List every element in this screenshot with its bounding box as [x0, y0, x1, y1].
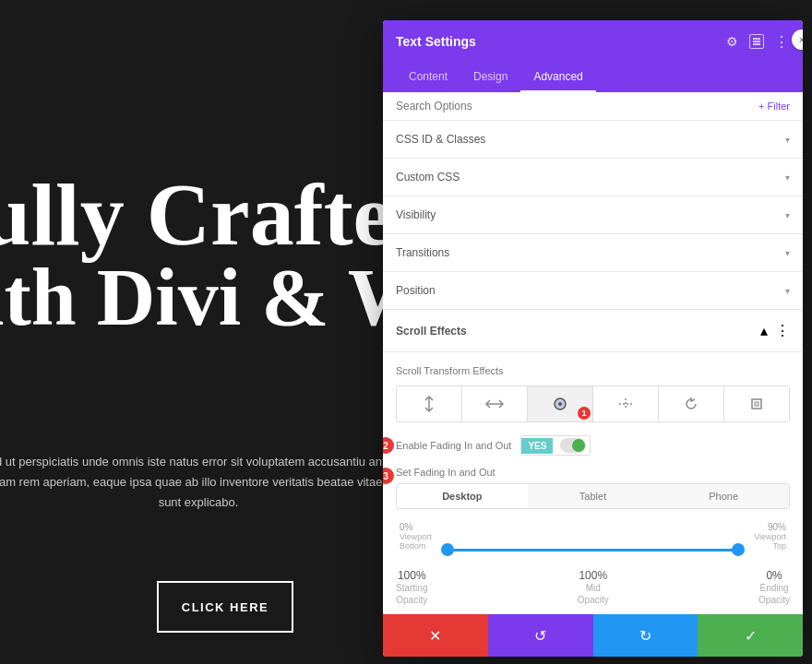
- panel-body: + Filter CSS ID & Classes ▾ Custom CSS ▾…: [383, 92, 803, 614]
- filter-button[interactable]: + Filter: [758, 101, 790, 112]
- search-bar: + Filter: [383, 92, 803, 121]
- device-tabs: Desktop Tablet Phone: [396, 483, 790, 509]
- transform-horizontal-button[interactable]: [462, 386, 528, 421]
- set-fading-badge: 3: [383, 468, 394, 484]
- accordion-visibility: Visibility ▾: [383, 196, 803, 234]
- settings-icon[interactable]: ⚙: [723, 33, 740, 50]
- device-tab-tablet[interactable]: Tablet: [528, 484, 659, 508]
- ending-opacity-value: 0%: [758, 569, 790, 582]
- starting-opacity: 100% StartingOpacity: [396, 569, 427, 606]
- accordion-visibility-label: Visibility: [396, 208, 436, 221]
- transform-rotate-button[interactable]: [659, 386, 724, 421]
- layout-icon[interactable]: [749, 34, 764, 49]
- device-tab-phone[interactable]: Phone: [658, 484, 789, 508]
- search-input[interactable]: [396, 100, 758, 113]
- enable-fading-toggle[interactable]: YES: [520, 435, 591, 456]
- accordion-css-id-label: CSS ID & Classes: [396, 133, 485, 146]
- svg-point-3: [558, 402, 562, 406]
- redo-button[interactable]: ↻: [593, 614, 699, 657]
- svg-rect-7: [755, 402, 758, 406]
- opacity-badge: 1: [578, 407, 591, 420]
- accordion-position-header[interactable]: Position ▾: [383, 272, 803, 309]
- toggle-yes-label: YES: [521, 438, 553, 454]
- save-button[interactable]: ✓: [698, 614, 803, 657]
- transform-opacity-button[interactable]: 1: [528, 386, 593, 421]
- starting-opacity-label: StartingOpacity: [396, 582, 427, 606]
- chevron-down-icon: ▾: [785, 248, 790, 258]
- viewport-top-label: ViewportTop: [754, 532, 786, 551]
- slider-thumb-end[interactable]: [732, 543, 745, 556]
- scroll-effects-body: Scroll Transform Effects: [383, 352, 803, 614]
- accordion-position-label: Position: [396, 284, 436, 297]
- chevron-up-icon: ▴: [760, 322, 768, 339]
- set-fading-label: Set Fading In and Out: [396, 467, 790, 478]
- accordion-custom-css-label: Custom CSS: [396, 171, 460, 184]
- transform-vertical-button[interactable]: [397, 386, 462, 421]
- scroll-effects-header[interactable]: Scroll Effects ▴ ⋮: [383, 310, 803, 352]
- cancel-button[interactable]: ✕: [383, 614, 488, 657]
- mid-opacity: 100% MidOpacity: [578, 569, 609, 606]
- slider-end-label: 90%: [768, 522, 786, 532]
- slider-thumb-start[interactable]: [441, 543, 454, 556]
- tab-content[interactable]: Content: [396, 63, 460, 92]
- mid-opacity-label: MidOpacity: [578, 582, 609, 606]
- enable-fading-row: 2 Enable Fading In and Out YES: [396, 435, 790, 456]
- panel-tabs: Content Design Advanced: [383, 63, 803, 92]
- accordion-transitions-header[interactable]: Transitions ▾: [383, 234, 803, 271]
- reset-button[interactable]: ↺: [488, 614, 593, 657]
- transform-blur-button[interactable]: [593, 386, 659, 421]
- accordion-css-id-header[interactable]: CSS ID & Classes ▾: [383, 121, 803, 158]
- transform-label: Scroll Transform Effects: [396, 365, 790, 376]
- accordion-scroll-effects: Scroll Effects ▴ ⋮ Scroll Transform Effe…: [383, 310, 803, 614]
- ending-opacity-label: EndingOpacity: [758, 582, 790, 606]
- fading-slider: 0% 90% ViewportBottom ViewportTop: [396, 522, 790, 563]
- enable-fading-badge: 2: [383, 437, 394, 454]
- accordion-custom-css-header[interactable]: Custom CSS ▾: [383, 159, 803, 196]
- transform-scale-button[interactable]: [724, 386, 789, 421]
- panel-footer: ✕ ↺ ↻ ✓: [383, 614, 803, 657]
- panel-header-icons: ⚙ ⋮: [723, 33, 790, 50]
- ending-opacity: 0% EndingOpacity: [758, 569, 790, 606]
- scroll-effects-more-icon[interactable]: ⋮: [775, 322, 790, 339]
- scroll-effects-controls: ▴ ⋮: [760, 322, 790, 339]
- panel-title: Text Settings: [396, 34, 476, 49]
- accordion-position: Position ▾: [383, 272, 803, 310]
- chevron-down-icon: ▾: [785, 135, 790, 145]
- viewport-bottom-label: ViewportBottom: [400, 532, 432, 551]
- page-body: ed ut perspiciatis unde omnis iste natus…: [0, 452, 415, 513]
- slider-labels: 0% 90%: [400, 522, 786, 532]
- accordion-transitions-label: Transitions: [396, 246, 449, 259]
- set-fading-section: 3 Set Fading In and Out Desktop Tablet P…: [396, 467, 790, 606]
- opacity-values-row: 100% StartingOpacity 100% MidOpacity 0% …: [396, 569, 790, 606]
- text-settings-panel: Text Settings ⚙ ⋮ Content Design Advance…: [383, 20, 803, 657]
- accordion-custom-css: Custom CSS ▾: [383, 159, 803, 196]
- page-headline: ully Crafted: [0, 166, 442, 264]
- accordion-visibility-header[interactable]: Visibility ▾: [383, 196, 803, 233]
- chevron-down-icon: ▾: [785, 172, 790, 183]
- chevron-down-icon: ▾: [785, 286, 790, 296]
- starting-opacity-value: 100%: [396, 569, 427, 582]
- tab-design[interactable]: Design: [460, 63, 520, 92]
- panel-header: Text Settings ⚙ ⋮: [383, 20, 803, 63]
- slider-track-wrapper: ViewportBottom ViewportTop: [400, 536, 786, 563]
- transform-icons-row: 1: [396, 385, 790, 422]
- scroll-effects-title: Scroll Effects: [396, 325, 467, 338]
- device-tab-desktop[interactable]: Desktop: [397, 484, 528, 508]
- accordion-css-id: CSS ID & Classes ▾: [383, 121, 803, 159]
- slider-start-label: 0%: [400, 522, 412, 532]
- tab-advanced[interactable]: Advanced: [520, 63, 595, 92]
- toggle-thumb[interactable]: [560, 438, 586, 453]
- slider-fill: [448, 549, 738, 551]
- slider-track[interactable]: [448, 549, 738, 551]
- page-subheadline: ith Divi & W: [0, 254, 429, 343]
- chevron-down-icon: ▾: [785, 210, 790, 220]
- accordion-transitions: Transitions ▾: [383, 234, 803, 272]
- more-options-icon[interactable]: ⋮: [773, 33, 790, 50]
- click-here-button[interactable]: CLICK HERE: [157, 581, 293, 633]
- mid-opacity-value: 100%: [578, 569, 609, 582]
- enable-fading-label: Enable Fading In and Out: [396, 440, 511, 451]
